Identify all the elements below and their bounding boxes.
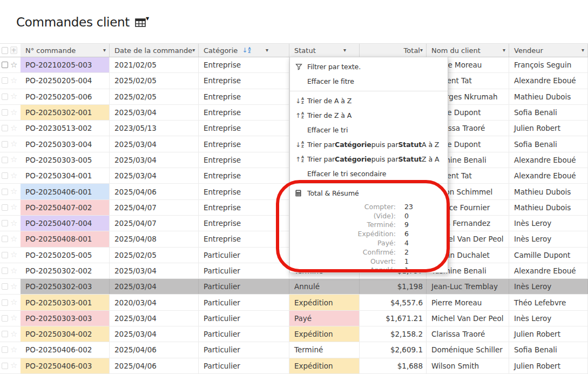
cell-vendor[interactable]: Sofia Benali (509, 342, 588, 357)
row-star-icon[interactable]: ☆ (10, 219, 17, 228)
cell-category[interactable]: Entreprise (199, 184, 289, 199)
cell-order-date[interactable]: 2025/04/08 (110, 231, 199, 246)
cell-total[interactable]: $4,557.6 (360, 295, 427, 310)
cell-status[interactable]: Payé (289, 311, 360, 326)
cell-total[interactable]: $2,609.1 (360, 342, 427, 357)
cell-vendor[interactable]: Inès Leroy (509, 216, 588, 231)
cell-category[interactable]: Entreprise (199, 168, 289, 183)
cell-order-date[interactable]: 2023/05/13 (110, 121, 199, 136)
row-checkbox[interactable] (2, 299, 8, 306)
cell-category[interactable]: Entreprise (199, 136, 289, 151)
row-checkbox[interactable] (2, 363, 8, 369)
table-view-selector[interactable]: ▼ (135, 18, 147, 28)
chevron-down-icon[interactable]: ▾ (103, 48, 106, 53)
cell-order-number[interactable]: PO-20250406-003 (21, 358, 110, 373)
row-checkbox[interactable] (2, 157, 8, 163)
row-star-icon[interactable]: ☆ (10, 235, 17, 243)
row-star-icon[interactable]: ☆ (10, 314, 17, 322)
column-header-total[interactable]: Total ▾ (360, 44, 427, 57)
cell-order-date[interactable]: 2025/03/04 (110, 279, 199, 294)
column-header-category[interactable]: Catégorie ↓AZ ▾ (199, 44, 289, 57)
cell-total[interactable]: $2,158.2 (360, 326, 427, 342)
cell-client-name[interactable]: Jean-Luc Tremblay (427, 279, 509, 294)
cell-order-number[interactable]: PO-20210205-003 (21, 57, 110, 72)
cell-vendor[interactable]: Mathieu Dubois (509, 184, 588, 199)
chevron-down-icon[interactable]: ▾ (582, 48, 584, 53)
table-row[interactable]: ☆ PO-20250406-003 2025/04/06 Particulier… (0, 358, 588, 374)
cell-order-number[interactable]: PO-20250408-001 (21, 231, 110, 246)
cell-category[interactable]: Entreprise (199, 105, 289, 120)
cell-vendor[interactable]: Inès Leroy (509, 231, 588, 246)
chevron-down-icon[interactable]: ▾ (503, 48, 505, 53)
cell-vendor[interactable]: Camille Dupont (509, 248, 588, 263)
cell-order-date[interactable]: 2025/03/04 (110, 326, 199, 342)
row-star-icon[interactable]: ☆ (10, 203, 17, 211)
row-checkbox[interactable] (2, 252, 8, 258)
cell-order-number[interactable]: PO-20250205-006 (21, 89, 110, 104)
cell-order-date[interactable]: 2025/04/06 (110, 184, 199, 199)
cell-order-date[interactable]: 2025/04/07 (110, 216, 199, 231)
select-all-checkbox[interactable] (2, 47, 8, 54)
chevron-down-icon[interactable]: ▾ (192, 48, 195, 53)
row-star-icon[interactable]: ☆ (10, 61, 17, 69)
cell-order-number[interactable]: PO-20250302-003 (21, 279, 110, 294)
row-star-icon[interactable]: ☆ (10, 124, 17, 132)
row-checkbox[interactable] (2, 94, 8, 100)
row-star-icon[interactable]: ☆ (10, 140, 17, 148)
cell-status[interactable]: Annulé (289, 279, 360, 294)
row-star-icon[interactable]: ☆ (10, 77, 17, 85)
row-checkbox[interactable] (2, 189, 8, 195)
cell-order-date[interactable]: 2020/03/04 (110, 295, 199, 310)
row-star-icon[interactable]: ☆ (10, 346, 17, 354)
column-header-client[interactable]: Nom du client ▾ (427, 44, 509, 57)
cell-status[interactable]: Terminé (289, 342, 360, 357)
cell-category[interactable]: Entreprise (199, 57, 289, 72)
chevron-down-icon[interactable]: ▾ (266, 48, 268, 53)
cell-category[interactable]: Entreprise (199, 89, 289, 104)
cell-status[interactable]: Expédition (289, 295, 360, 310)
cell-client-name[interactable]: Clarissa Traoré (427, 326, 509, 342)
cell-order-number[interactable]: PO-20250302-001 (21, 105, 110, 120)
row-star-icon[interactable]: ☆ (10, 283, 17, 291)
row-star-icon[interactable]: ☆ (10, 330, 17, 338)
row-checkbox[interactable] (2, 204, 8, 211)
cell-vendor[interactable]: Julien Robert (509, 121, 588, 136)
cell-vendor[interactable]: François Seguin (509, 57, 588, 72)
cell-client-name[interactable]: Wilson Smith (427, 358, 509, 373)
cell-order-date[interactable]: 2025/03/04 (110, 136, 199, 151)
cell-order-number[interactable]: PO-20250303-004 (21, 136, 110, 151)
cell-category[interactable]: Particulier (199, 311, 289, 326)
row-star-icon[interactable]: ☆ (10, 362, 17, 370)
cell-category[interactable]: Entreprise (199, 231, 289, 246)
cell-vendor[interactable]: Alexandre Eboué (509, 263, 588, 278)
cell-order-date[interactable]: 2025/04/06 (110, 358, 199, 373)
cell-vendor[interactable]: Théo Lefebvre (509, 295, 588, 310)
cell-order-date[interactable]: 2025/02/05 (110, 73, 199, 88)
table-row[interactable]: ☆ PO-20250406-002 2025/04/06 Particulier… (0, 342, 588, 358)
cell-order-number[interactable]: PO-20250304-002 (21, 326, 110, 342)
cell-vendor[interactable]: Inès Leroy (509, 311, 588, 326)
cell-category[interactable]: Entreprise (199, 216, 289, 231)
cell-client-name[interactable]: Pierre Moreau (427, 295, 509, 310)
cell-category[interactable]: Entreprise (199, 73, 289, 88)
row-checkbox[interactable] (2, 77, 8, 84)
cell-order-number[interactable]: PO-20250304-001 (21, 168, 110, 183)
row-star-icon[interactable]: ☆ (10, 298, 17, 306)
cell-category[interactable]: Particulier (199, 358, 289, 373)
row-star-icon[interactable]: ☆ (10, 188, 17, 196)
menu-item-clear-filter[interactable]: Effacer le fitre (290, 74, 448, 89)
cell-category[interactable]: Particulier (199, 342, 289, 357)
cell-client-name[interactable]: Michel Van Der Peol (427, 311, 509, 326)
cell-vendor[interactable]: Mathieu Dubois (509, 89, 588, 104)
cell-order-date[interactable]: 2021/02/05 (110, 57, 199, 72)
cell-vendor[interactable]: Sofia Benali (509, 105, 588, 120)
cell-vendor[interactable]: Julien Robert (509, 326, 588, 342)
cell-order-date[interactable]: 2025/03/04 (110, 263, 199, 278)
menu-item-secondary-sort-za[interactable]: ↑AZ Trier parCatégorie puis parStatut Z … (290, 152, 448, 166)
row-checkbox[interactable] (2, 283, 8, 290)
cell-order-date[interactable]: 2025/02/05 (110, 248, 199, 263)
cell-total[interactable]: $1,688 (360, 358, 427, 373)
cell-order-number[interactable]: PO-20250205-005 (21, 248, 110, 263)
cell-category[interactable]: Entreprise (199, 152, 289, 168)
row-star-icon[interactable]: ☆ (10, 92, 17, 101)
